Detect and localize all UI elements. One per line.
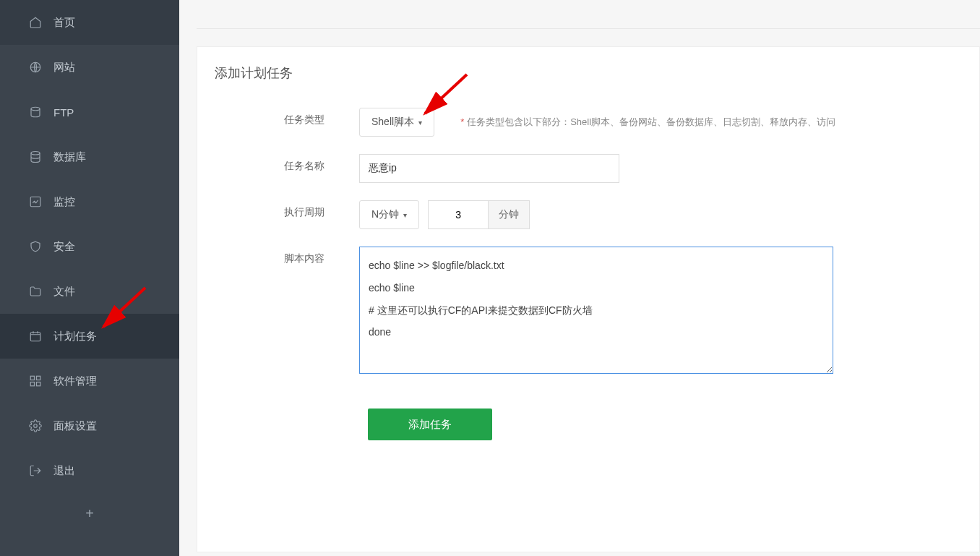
logout-icon bbox=[29, 464, 42, 477]
svg-rect-6 bbox=[37, 376, 40, 380]
row-cycle: 执行周期 N分钟 ▾ 分钟 bbox=[215, 192, 979, 238]
sidebar-item-software[interactable]: 软件管理 bbox=[0, 359, 179, 403]
task-type-value: Shell脚本 bbox=[371, 116, 414, 129]
sidebar-item-label: 首页 bbox=[53, 16, 75, 30]
label-task-name: 任务名称 bbox=[215, 154, 359, 173]
sidebar-item-label: 软件管理 bbox=[53, 375, 97, 388]
svg-point-1 bbox=[31, 107, 40, 111]
shield-icon bbox=[29, 240, 42, 253]
cycle-unit: 分钟 bbox=[489, 200, 530, 229]
sidebar-item-label: 网站 bbox=[53, 61, 75, 74]
sidebar-add-button[interactable]: + bbox=[0, 493, 179, 534]
add-task-button[interactable]: 添加任务 bbox=[368, 409, 492, 440]
sidebar-item-label: 监控 bbox=[53, 195, 75, 209]
sidebar-item-home[interactable]: 首页 bbox=[0, 0, 179, 45]
svg-rect-8 bbox=[37, 382, 40, 386]
label-script: 脚本内容 bbox=[215, 247, 359, 265]
sidebar-item-files[interactable]: 文件 bbox=[0, 269, 179, 314]
main-content: 添加计划任务 任务类型 Shell脚本 ▾ *任务类型包含以下部分：Shell脚… bbox=[179, 0, 980, 556]
sidebar-item-label: 文件 bbox=[53, 285, 75, 299]
sidebar-item-cron[interactable]: 计划任务 bbox=[0, 314, 179, 359]
sidebar-item-label: 计划任务 bbox=[53, 330, 97, 343]
row-task-type: 任务类型 Shell脚本 ▾ *任务类型包含以下部分：Shell脚本、备份网站、… bbox=[215, 99, 979, 145]
sidebar-item-label: 面板设置 bbox=[53, 419, 97, 433]
chart-icon bbox=[29, 195, 42, 208]
add-cron-panel: 添加计划任务 任务类型 Shell脚本 ▾ *任务类型包含以下部分：Shell脚… bbox=[197, 46, 980, 552]
script-textarea[interactable] bbox=[359, 247, 833, 374]
sidebar-item-label: FTP bbox=[53, 106, 74, 119]
gear-icon bbox=[29, 419, 42, 432]
sidebar: 首页 网站 FTP 数据库 监控 安全 文件 计划任务 bbox=[0, 0, 179, 556]
cycle-type-select[interactable]: N分钟 ▾ bbox=[359, 200, 419, 229]
row-script: 脚本内容 bbox=[215, 238, 979, 382]
sidebar-item-site[interactable]: 网站 bbox=[0, 45, 179, 90]
task-name-input[interactable] bbox=[359, 154, 619, 183]
home-icon bbox=[29, 16, 42, 29]
top-strip bbox=[197, 0, 980, 29]
panel-title: 添加计划任务 bbox=[215, 64, 979, 99]
sidebar-item-monitor[interactable]: 监控 bbox=[0, 179, 179, 224]
sidebar-item-label: 安全 bbox=[53, 240, 75, 254]
caret-down-icon: ▾ bbox=[418, 119, 422, 127]
cycle-type-value: N分钟 bbox=[371, 208, 399, 221]
sidebar-item-ftp[interactable]: FTP bbox=[0, 90, 179, 134]
sidebar-item-settings[interactable]: 面板设置 bbox=[0, 403, 179, 448]
sidebar-item-db[interactable]: 数据库 bbox=[0, 134, 179, 179]
cycle-number-input[interactable] bbox=[428, 200, 489, 229]
grid-icon bbox=[29, 375, 42, 388]
folder-icon bbox=[29, 285, 42, 298]
sidebar-item-security[interactable]: 安全 bbox=[0, 224, 179, 269]
row-submit: 添加任务 bbox=[215, 409, 979, 440]
plus-icon: + bbox=[85, 505, 94, 522]
row-task-name: 任务名称 bbox=[215, 145, 979, 192]
database-icon bbox=[29, 150, 42, 163]
caret-down-icon: ▾ bbox=[403, 211, 407, 219]
sidebar-item-label: 退出 bbox=[53, 464, 75, 478]
svg-point-9 bbox=[34, 424, 38, 428]
svg-point-2 bbox=[31, 152, 40, 155]
server-icon bbox=[29, 106, 42, 119]
task-type-hint: *任务类型包含以下部分：Shell脚本、备份网站、备份数据库、日志切割、释放内存… bbox=[460, 116, 835, 129]
svg-rect-5 bbox=[30, 376, 34, 380]
sidebar-item-logout[interactable]: 退出 bbox=[0, 448, 179, 493]
label-cycle: 执行周期 bbox=[215, 200, 359, 219]
calendar-icon bbox=[29, 330, 42, 343]
svg-rect-4 bbox=[30, 333, 40, 341]
task-type-select[interactable]: Shell脚本 ▾ bbox=[359, 108, 434, 137]
label-task-type: 任务类型 bbox=[215, 108, 359, 127]
sidebar-item-label: 数据库 bbox=[53, 150, 86, 164]
globe-icon bbox=[29, 61, 42, 74]
svg-rect-7 bbox=[30, 382, 34, 386]
